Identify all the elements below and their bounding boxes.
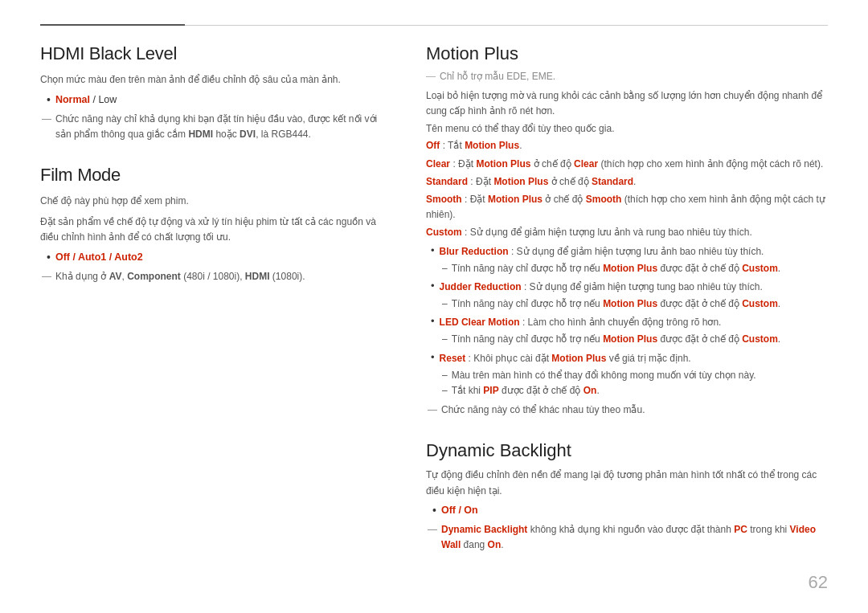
hdmi-note-text: Chức năng này chỉ khả dụng khi bạn đặt t… [55,112,378,142]
mp-note-bottom: Chức năng này có thể khác nhau tùy theo … [426,403,828,418]
hdmi-title: HDMI Black Level [40,43,378,64]
mp-reset-text: Reset : Khôi phục cài đặt Motion Plus về… [440,351,691,366]
mp-smooth-label: Smooth [426,194,462,205]
mp-judder-desc: : Sử dụng để giảm hiện tượng tung bao nh… [524,281,763,292]
mp-blur-bullet: • Blur Reduction : Sử dụng để giảm hiện … [431,244,828,260]
film-desc2: Đặt sản phẩm về chế độ tự động và xử lý … [40,215,378,245]
mp-custom-item: Custom : Sử dụng để giảm hiện tượng lưu … [426,225,828,240]
mp-custom-text: : Sử dụng để giảm hiện tượng lưu ảnh và … [465,227,752,238]
hdmi-bullet: • Normal / Low [47,92,378,108]
top-rule-left [40,24,185,26]
mp-reset-bullet: • Reset : Khôi phục cài đặt Motion Plus … [431,351,828,366]
film-off: Off / Auto1 / Auto2 [55,251,143,263]
page-number: 62 [809,572,828,593]
motionplus-note-top: Chỉ hỗ trợ mẫu EDE, EME. [426,71,828,82]
dynamic-note: Dynamic Backlight không khả dụng khi ngu… [426,522,828,553]
mp-judder-bullet: • Judder Reduction : Sử dụng để giảm hiệ… [431,280,828,295]
mp-judder-label: Judder Reduction [440,281,522,292]
mp-reset-sub2: Tắt khi PIP được đặt ở chế độ On. [426,383,828,398]
mp-led-text: LED Clear Motion : Làm cho hình ảnh chuy… [440,315,722,330]
film-note-text: Khả dụng ở AV, Component (480i / 1080i),… [55,269,305,284]
hdmi-slash: / Low [92,94,117,105]
dynamic-section: Dynamic Backlight Tự động điều chỉnh đèn… [426,440,828,553]
dynamic-bullet: • Off / On [432,503,828,518]
motionplus-desc: Loại bỏ hiện tượng mờ và rung khỏi các c… [426,88,828,119]
left-column: HDMI Black Level Chọn mức màu đen trên m… [40,43,378,589]
dynamic-bullet-text: Off / On [441,503,478,518]
motionplus-section: Motion Plus Chỉ hỗ trợ mẫu EDE, EME. Loạ… [426,43,828,418]
bullet-dot-dynamic: • [432,503,436,517]
hdmi-section: HDMI Black Level Chọn mức màu đen trên m… [40,43,378,142]
motionplus-title: Motion Plus [426,43,828,64]
bullet-dot-film: • [47,250,51,264]
mp-note-bottom-text: Chức năng này có thể khác nhau tùy theo … [441,403,645,418]
film-bullet: • Off / Auto1 / Auto2 [47,250,378,265]
bullet-dot: • [47,92,51,107]
mp-custom-label: Custom [426,227,462,238]
hdmi-bullet-text: Normal / Low [55,92,117,108]
film-section: Film Mode Chế độ này phù hợp để xem phim… [40,165,378,284]
mp-off-item: Off : Tắt Motion Plus. [426,138,828,153]
mp-blur-text: Blur Reduction : Sử dụng để giảm hiện tư… [440,244,764,260]
mp-led-sub: Tính năng này chỉ được hỗ trợ nếu Motion… [426,332,828,347]
hdmi-desc: Chọn mức màu đen trên màn ảnh để điều ch… [40,72,378,88]
mp-led-desc: : Làm cho hình ảnh chuyển động trông rõ … [522,317,721,328]
film-desc1: Chế độ này phù hợp để xem phim. [40,194,378,209]
dynamic-note-text: Dynamic Backlight không khả dụng khi ngu… [441,522,828,553]
mp-smooth-text: : Đặt Motion Plus ở chế độ Smooth (thích… [426,194,825,220]
motionplus-note-top-text: Chỉ hỗ trợ mẫu EDE, EME. [440,71,555,82]
right-column: Motion Plus Chỉ hỗ trợ mẫu EDE, EME. Loạ… [426,43,828,589]
bullet-dot-judder: • [431,280,435,293]
mp-clear-item: Clear : Đặt Motion Plus ở chế độ Clear (… [426,157,828,172]
film-title: Film Mode [40,165,378,186]
mp-clear-text: : Đặt Motion Plus ở chế độ Clear (thích … [452,158,823,170]
mp-off-text: : Tắt Motion Plus. [443,140,522,151]
content-columns: HDMI Black Level Chọn mức màu đen trên m… [40,43,828,589]
film-note: Khả dụng ở AV, Component (480i / 1080i),… [40,269,378,284]
mp-reset-sub1: Màu trên màn hình có thể thay đổi không … [426,368,828,383]
hdmi-note: Chức năng này chỉ khả dụng khi bạn đặt t… [40,112,378,142]
bullet-dot-blur: • [431,244,435,258]
top-rule-right [185,25,828,26]
mp-smooth-item: Smooth : Đặt Motion Plus ở chế độ Smooth… [426,192,828,223]
dynamic-off-on: Off / On [441,505,478,516]
mp-reset-desc: : Khôi phục cài đặt Motion Plus về giá t… [469,353,691,364]
mp-clear-label: Clear [426,158,450,170]
hdmi-normal: Normal [55,94,90,105]
bullet-dot-reset: • [431,351,435,365]
mp-off-label: Off [426,140,440,151]
bullet-dot-led: • [431,315,435,329]
mp-standard-label: Standard [426,176,468,187]
motionplus-menu-note: Tên menu có thể thay đổi tùy theo quốc g… [426,123,828,134]
mp-blur-desc: : Sử dụng để giảm hiện tượng lưu ảnh bao… [511,246,764,257]
mp-standard-text: : Đặt Motion Plus ở chế độ Standard. [470,176,636,187]
page-container: HDMI Black Level Chọn mức màu đen trên m… [0,0,868,613]
mp-standard-item: Standard : Đặt Motion Plus ở chế độ Stan… [426,174,828,190]
dynamic-title: Dynamic Backlight [426,440,828,461]
mp-led-label: LED Clear Motion [440,317,520,328]
film-bullet-text: Off / Auto1 / Auto2 [55,250,143,265]
mp-judder-sub: Tính năng này chỉ được hỗ trợ nếu Motion… [426,296,828,312]
mp-reset-label: Reset [440,353,466,364]
dynamic-desc: Tự động điều chỉnh đèn nền để mang lại đ… [426,468,828,498]
mp-judder-text: Judder Reduction : Sử dụng để giảm hiện … [440,280,763,295]
mp-led-bullet: • LED Clear Motion : Làm cho hình ảnh ch… [431,315,828,330]
mp-blur-label: Blur Reduction [440,246,509,257]
mp-blur-sub: Tính năng này chỉ được hỗ trợ nếu Motion… [426,261,828,276]
top-rule [40,24,828,26]
